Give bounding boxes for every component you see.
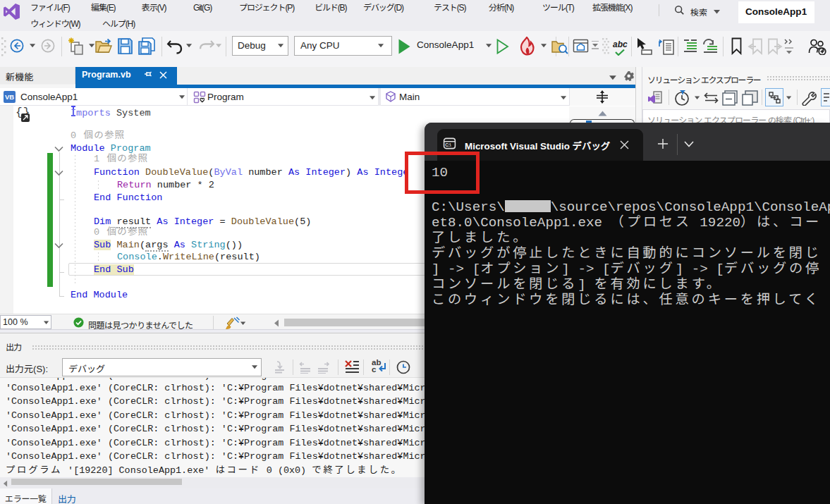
svg-text:C:\: C:\ xyxy=(445,142,451,147)
